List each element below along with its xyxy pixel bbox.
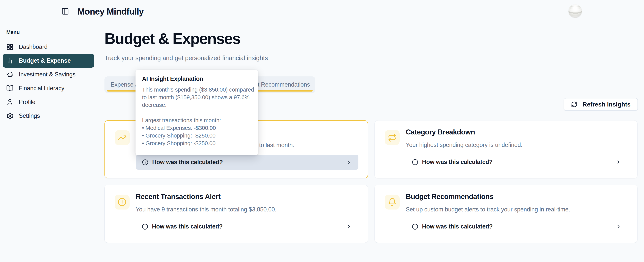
- bell-icon: [385, 195, 400, 210]
- sidebar-item-label: Budget & Expense: [19, 57, 71, 64]
- sidebar-nav: Dashboard Budget & Expense Investment & …: [0, 40, 97, 123]
- panel-left-icon: [61, 7, 69, 15]
- page-subtitle: Track your spending and get personalized…: [104, 54, 268, 62]
- ai-insight-tooltip: AI Insight Explanation This month's spen…: [136, 70, 258, 155]
- tooltip-line: Largest transactions this month:: [142, 116, 252, 124]
- page-title: Budget & Expenses: [104, 31, 240, 46]
- tooltip-line: to last month ($159,350.00) shows a 97.6…: [142, 93, 252, 101]
- tooltip-line: [142, 109, 252, 116]
- sidebar-item-profile[interactable]: Profile: [3, 95, 94, 109]
- card-description: You have 9 transactions this month total…: [136, 206, 276, 213]
- card-category-breakdown: Category Breakdown Your highest spending…: [374, 120, 638, 178]
- refresh-insights-label: Refresh Insights: [582, 101, 630, 108]
- how-calculated-row[interactable]: How was this calculated?: [136, 155, 358, 170]
- card-description: Set up custom budget alerts to track you…: [406, 206, 570, 213]
- how-calculated-row[interactable]: How was this calculated?: [406, 219, 628, 234]
- sidebar-item-label: Profile: [19, 99, 35, 106]
- sidebar-item-settings[interactable]: Settings: [3, 109, 94, 123]
- chevron-right-icon: [616, 159, 621, 165]
- sidebar: Menu Dashboard Budget & Expense Investme…: [0, 24, 97, 262]
- how-calculated-label: How was this calculated?: [152, 159, 223, 166]
- sidebar-item-label: Financial Literacy: [19, 85, 64, 92]
- how-calculated-row[interactable]: How was this calculated?: [136, 219, 358, 234]
- how-calculated-label: How was this calculated?: [422, 159, 492, 166]
- card-title: Budget Recommendations: [406, 193, 494, 201]
- sidebar-item-budget-expense[interactable]: Budget & Expense: [3, 54, 94, 68]
- header: Money Mindfully: [0, 0, 644, 23]
- chevron-right-icon: [346, 224, 352, 229]
- sidebar-item-label: Dashboard: [19, 43, 48, 50]
- card-title: Category Breakdown: [406, 128, 475, 136]
- sidebar-item-financial-literacy[interactable]: Financial Literacy: [3, 81, 94, 95]
- chevron-right-icon: [346, 160, 352, 165]
- how-calculated-label: How was this calculated?: [152, 223, 222, 230]
- sidebar-item-dashboard[interactable]: Dashboard: [3, 40, 94, 54]
- chevron-right-icon: [616, 224, 621, 229]
- avatar[interactable]: [568, 4, 582, 18]
- sidebar-item-investment-savings[interactable]: Investment & Savings: [3, 68, 94, 81]
- bar-chart-icon: [6, 57, 14, 64]
- refresh-icon: [571, 101, 578, 108]
- trending-up-icon: [115, 130, 130, 145]
- tooltip-line: This month's spending ($3,850.00) compar…: [142, 86, 252, 93]
- how-calculated-row[interactable]: How was this calculated?: [406, 155, 628, 170]
- app-title: Money Mindfully: [78, 6, 144, 17]
- sidebar-item-label: Investment & Savings: [19, 71, 76, 78]
- sidebar-item-label: Settings: [19, 112, 40, 119]
- card-recent-transactions-alert: Recent Transactions Alert You have 9 tra…: [104, 185, 368, 243]
- card-title: Recent Transactions Alert: [136, 193, 220, 201]
- tooltip-line: decrease.: [142, 101, 252, 109]
- tooltip-line: • Medical Expenses: -$300.00: [142, 124, 252, 132]
- sidebar-toggle-button[interactable]: [61, 7, 70, 16]
- gear-icon: [6, 112, 14, 119]
- how-calculated-label: How was this calculated?: [422, 223, 492, 230]
- app-root: Money Mindfully Menu Dashboard Budget & …: [0, 0, 644, 262]
- sidebar-section-label: Menu: [6, 29, 97, 35]
- user-icon: [6, 99, 14, 106]
- info-icon: [412, 159, 418, 165]
- card-budget-recommendations: Budget Recommendations Set up custom bud…: [374, 185, 638, 243]
- piggy-bank-icon: [6, 71, 14, 78]
- card-description: Your highest spending category is undefi…: [406, 142, 522, 148]
- repeat-icon: [385, 130, 400, 145]
- tooltip-line: • Grocery Shopping: -$250.00: [142, 132, 252, 139]
- book-open-icon: [6, 85, 14, 92]
- alert-circle-icon: [114, 195, 130, 210]
- info-icon: [412, 224, 418, 230]
- tooltip-line: • Grocery Shopping: -$250.00: [142, 139, 252, 147]
- layout-grid-icon: [6, 43, 14, 50]
- info-icon: [142, 224, 148, 230]
- info-icon: [142, 159, 148, 166]
- refresh-insights-button[interactable]: Refresh Insights: [564, 98, 638, 111]
- tooltip-title: AI Insight Explanation: [142, 75, 252, 82]
